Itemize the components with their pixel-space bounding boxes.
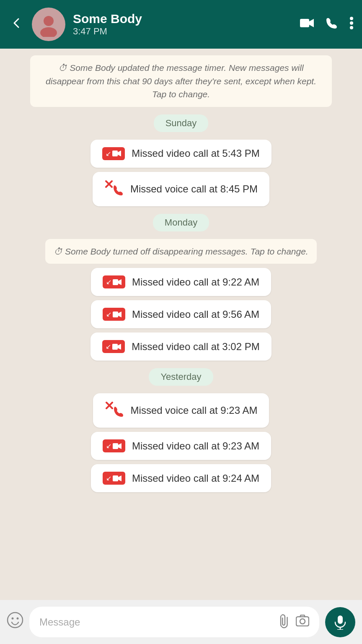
missed-voice-icon [105, 401, 124, 420]
svg-rect-2 [300, 19, 309, 27]
video-call-button[interactable] [300, 18, 314, 31]
call-notification[interactable]: ↙ Missed video call at 9:56 AM [91, 300, 271, 328]
contact-status: 3:47 PM [73, 26, 292, 37]
svg-rect-15 [113, 475, 118, 481]
day-separator-sunday: Sunday [154, 114, 209, 132]
day-separator-yesterday: Yesterday [149, 368, 213, 386]
svg-rect-21 [338, 615, 343, 624]
call-notification[interactable]: ↙ Missed video call at 9:24 AM [91, 464, 271, 492]
call-text: Missed video call at 9:56 AM [132, 309, 259, 320]
mic-button[interactable] [325, 607, 355, 637]
voice-call-button[interactable] [326, 17, 338, 32]
call-notification[interactable]: ↙ Missed video call at 9:22 AM [91, 268, 271, 296]
call-notification[interactable]: ↙ Missed video call at 5:43 PM [90, 140, 271, 168]
svg-point-4 [350, 21, 353, 25]
system-message-timer[interactable]: ⏱ Some Body updated the message timer. N… [30, 55, 332, 107]
back-button[interactable] [8, 14, 24, 35]
header-actions [300, 16, 354, 33]
contact-info[interactable]: Some Body 3:47 PM [73, 12, 292, 37]
svg-point-18 [17, 618, 19, 620]
svg-point-3 [350, 17, 353, 20]
svg-point-16 [8, 613, 23, 628]
message-placeholder: Message [39, 616, 275, 628]
timer-icon: ⏱ [58, 63, 67, 73]
more-options-button[interactable] [349, 16, 354, 33]
call-notification[interactable]: ↙ Missed video call at 9:23 AM [91, 432, 271, 460]
call-text: Missed voice call at 9:23 AM [131, 405, 258, 416]
call-text: Missed video call at 9:24 AM [132, 473, 259, 484]
attach-button[interactable] [275, 612, 295, 632]
svg-rect-14 [113, 443, 118, 449]
call-text: Missed video call at 5:43 PM [132, 148, 259, 159]
svg-rect-11 [112, 344, 118, 350]
system-message-disappearing[interactable]: ⏱ Some Body turned off disappearing mess… [45, 239, 316, 264]
svg-rect-10 [113, 312, 118, 317]
emoji-button[interactable] [7, 612, 23, 632]
call-text: Missed video call at 9:23 AM [132, 440, 259, 452]
timer-icon: ⏱ [54, 247, 62, 256]
call-text: Missed video call at 9:22 AM [132, 276, 259, 288]
day-separator-monday: Monday [153, 214, 209, 231]
call-notification[interactable]: ↙ Missed video call at 3:02 PM [90, 332, 271, 361]
call-text: Missed voice call at 8:45 PM [130, 183, 258, 195]
svg-point-0 [44, 16, 54, 26]
avatar[interactable] [32, 8, 65, 41]
svg-rect-6 [112, 151, 118, 156]
svg-point-1 [40, 27, 57, 37]
camera-button[interactable] [296, 615, 309, 629]
svg-point-20 [300, 619, 305, 624]
call-notification[interactable]: Missed voice call at 8:45 PM [93, 172, 269, 206]
message-field[interactable]: Message [29, 607, 319, 637]
svg-point-17 [12, 618, 14, 620]
missed-video-icon: ↙ [103, 308, 125, 321]
contact-name: Some Body [73, 12, 292, 26]
missed-video-icon: ↙ [102, 147, 125, 160]
chat-header: Some Body 3:47 PM [0, 0, 362, 49]
missed-video-icon: ↙ [103, 472, 125, 485]
missed-video-icon: ↙ [102, 340, 125, 353]
message-input-bar: Message [0, 600, 362, 644]
missed-video-icon: ↙ [103, 275, 125, 288]
svg-rect-19 [296, 617, 309, 626]
svg-point-5 [350, 26, 353, 29]
svg-rect-9 [113, 279, 118, 285]
chat-area: ⏱ Some Body updated the message timer. N… [0, 49, 362, 600]
missed-voice-icon [104, 179, 124, 199]
missed-video-icon: ↙ [103, 439, 125, 452]
call-text: Missed video call at 3:02 PM [132, 341, 259, 353]
call-notification[interactable]: Missed voice call at 9:23 AM [93, 393, 269, 428]
